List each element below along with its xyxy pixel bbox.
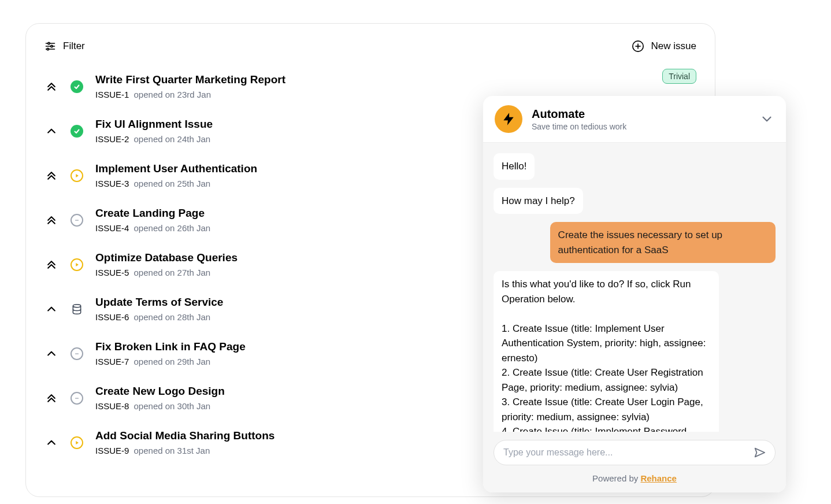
- priority-highest-icon: [46, 81, 57, 92]
- priority-highest-icon: [46, 214, 57, 226]
- chat-message-bot: Is this what you'd like to do? If so, cl…: [494, 271, 719, 432]
- status-in-progress-icon: [71, 436, 83, 449]
- chat-title: Automate: [532, 108, 750, 121]
- status-todo-icon: [71, 392, 83, 405]
- priority-highest-icon: [46, 259, 57, 270]
- svg-point-5: [47, 48, 49, 50]
- priority-high-icon: [46, 125, 57, 137]
- priority-high-icon: [46, 348, 57, 360]
- chat-message-bot: How may I help?: [494, 188, 583, 214]
- priority-badge: Trivial: [662, 69, 696, 84]
- priority-highest-icon: [46, 392, 57, 404]
- chat-subtitle: Save time on tedious work: [532, 122, 750, 131]
- status-backlog-icon: [71, 303, 83, 316]
- status-in-progress-icon: [71, 169, 83, 182]
- status-in-progress-icon: [71, 258, 83, 271]
- new-issue-label: New issue: [651, 40, 696, 52]
- chat-footer: Powered by Rehance: [483, 470, 786, 492]
- chat-input[interactable]: [503, 447, 748, 458]
- filter-button[interactable]: Filter: [44, 40, 85, 52]
- svg-point-1: [48, 42, 50, 44]
- svg-point-3: [51, 45, 53, 47]
- chat-input-row: [483, 432, 786, 470]
- toolbar: Filter New issue: [42, 35, 699, 64]
- filter-icon: [44, 40, 56, 52]
- chevron-down-icon[interactable]: [759, 112, 774, 127]
- status-done-icon: [71, 125, 83, 138]
- automate-logo: [495, 105, 522, 133]
- send-icon[interactable]: [753, 446, 766, 459]
- filter-label: Filter: [63, 40, 85, 52]
- svg-point-10: [73, 304, 80, 307]
- chat-input-container: [494, 440, 776, 465]
- chat-message-list: Hello!How may I help?Create the issues n…: [483, 143, 786, 432]
- plus-circle-icon: [632, 40, 644, 53]
- priority-high-icon: [46, 437, 57, 449]
- priority-high-icon: [46, 303, 57, 315]
- status-todo-icon: [71, 347, 83, 360]
- automate-chat-panel: Automate Save time on tedious work Hello…: [483, 96, 786, 492]
- chat-message-user: Create the issues necessary to set up au…: [550, 222, 776, 263]
- issue-title: Write First Quarter Marketing Report: [95, 73, 696, 86]
- chat-header: Automate Save time on tedious work: [483, 96, 786, 143]
- priority-highest-icon: [46, 170, 57, 181]
- status-done-icon: [71, 80, 83, 93]
- chat-footer-link[interactable]: Rehance: [640, 473, 677, 483]
- chat-footer-prefix: Powered by: [592, 473, 640, 483]
- status-todo-icon: [71, 214, 83, 227]
- new-issue-button[interactable]: New issue: [632, 40, 696, 53]
- chat-message-bot: Hello!: [494, 153, 535, 180]
